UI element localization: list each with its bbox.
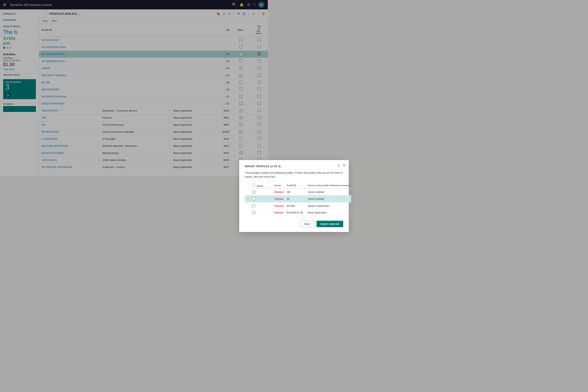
import-profiles-modal: IMPORT PROFILES (2 OF 3) ⤢ ✕ The package…: [239, 160, 268, 176]
modal-overlay: IMPORT PROFILES (2 OF 3) ⤢ ✕ The package…: [0, 0, 268, 176]
modal-description: The package contains the following profi…: [245, 171, 268, 176]
modal-title: IMPORT PROFILES (2 OF 3): [245, 165, 268, 168]
